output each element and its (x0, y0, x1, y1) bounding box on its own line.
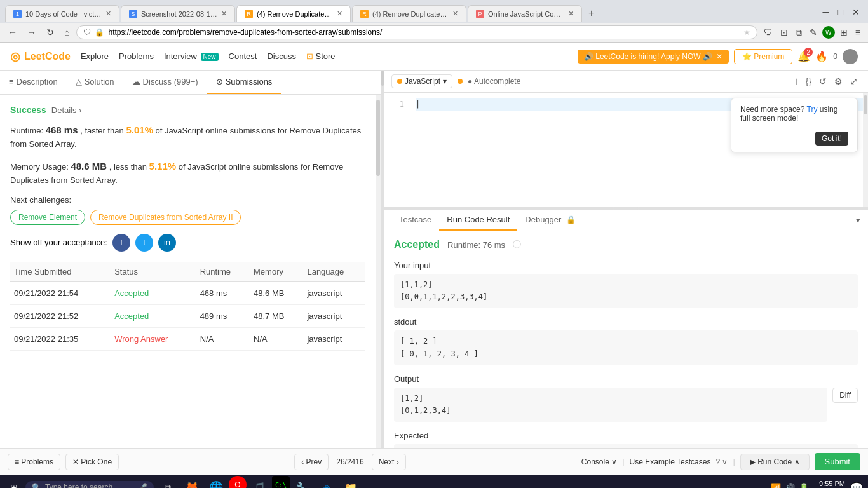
submit-button[interactable]: Submit (815, 453, 860, 470)
taskbar-clock[interactable]: 9:55 PM 9/21/2022 (814, 480, 845, 488)
console-button[interactable]: Console ∨ (581, 458, 617, 466)
minimize-button[interactable]: ─ (820, 6, 832, 18)
grid-icon[interactable]: ⊞ (837, 26, 850, 39)
notification-center-button[interactable]: 💬 (850, 482, 863, 489)
network-icon[interactable]: 📶 (771, 483, 781, 489)
use-example-button[interactable]: Use Example Testcases (630, 458, 711, 466)
nav-explore[interactable]: Explore (81, 51, 109, 61)
left-scrollbar[interactable] (376, 95, 381, 448)
taskbar-search-input[interactable] (45, 483, 134, 488)
taskbar-search[interactable]: 🔍 🎤 (25, 481, 154, 488)
taskbar-app-taskview[interactable]: ⧉ (156, 476, 179, 488)
pen-icon[interactable]: ✎ (807, 26, 820, 39)
editor-scrollbar[interactable] (863, 93, 868, 207)
taskbar-app-vscode[interactable]: ◈ (315, 476, 338, 488)
tab-close-5[interactable]: ✕ (568, 10, 574, 18)
leetcode-logo[interactable]: ◎ LeetCode (10, 50, 71, 64)
language-select[interactable]: JavaScript ▾ (391, 74, 452, 88)
browser-tab-4[interactable]: R (4) Remove Duplicates from So... ✕ (352, 5, 466, 22)
problems-button[interactable]: ≡ Problems (8, 454, 60, 470)
taskbar-app-opera[interactable]: O (229, 476, 247, 488)
twitter-button[interactable]: t (135, 234, 153, 252)
tab-solution[interactable]: △ Solution (67, 71, 123, 94)
nav-discuss[interactable]: Discuss (267, 51, 296, 61)
row2-status[interactable]: Accepted (114, 311, 149, 321)
linkedin-button[interactable]: in (158, 234, 176, 252)
scroll-thumb (376, 100, 380, 176)
home-button[interactable]: ⌂ (61, 26, 72, 39)
new-tab-button[interactable]: + (583, 4, 599, 23)
prev-button[interactable]: ‹ Prev (294, 454, 329, 470)
reload-button[interactable]: ↻ (43, 26, 57, 39)
shield-icon[interactable]: 🛡 (761, 26, 775, 39)
back-button[interactable]: ← (5, 26, 20, 39)
taskbar-app-firefox[interactable]: 🦊 (180, 476, 203, 488)
tab-run-code-result[interactable]: Run Code Result (439, 210, 517, 231)
editor-scroll-thumb (864, 95, 867, 114)
tab-submissions[interactable]: ⊙ Submissions (207, 71, 281, 94)
forward-button[interactable]: → (24, 26, 39, 39)
hiring-banner[interactable]: 🔊 LeetCode is hiring! Apply NOW 🔊 ✕ (578, 50, 729, 64)
nav-problems[interactable]: Problems (119, 51, 154, 61)
split-icon[interactable]: ⧉ (793, 26, 804, 39)
tab-close-3[interactable]: ✕ (337, 10, 342, 18)
next-button[interactable]: Next › (372, 454, 406, 470)
facebook-button[interactable]: f (112, 234, 130, 252)
extension-w[interactable]: W (822, 26, 835, 39)
url-input[interactable] (108, 28, 739, 37)
result-info-icon[interactable]: ⓘ (513, 239, 521, 250)
tooltip-try-link[interactable]: Try (807, 105, 818, 114)
accepted-text: Accepted (394, 239, 440, 250)
fire-button[interactable]: 🔥 (815, 50, 828, 62)
details-link[interactable]: Details › (51, 105, 82, 115)
expand-button[interactable]: ⤢ (848, 75, 860, 88)
row1-status[interactable]: Accepted (114, 288, 149, 298)
tab-discuss[interactable]: ☁ Discuss (999+) (123, 71, 207, 94)
tab-close-2[interactable]: ✕ (221, 10, 227, 18)
browser-tab-5[interactable]: P Online JavaScript Compiler (Edi... ✕ (468, 5, 582, 22)
got-it-button[interactable]: Got it! (815, 132, 848, 146)
run-code-button[interactable]: ▶ Run Code ∧ (740, 454, 810, 470)
reader-icon[interactable]: ⊡ (778, 26, 790, 39)
tab-testcase[interactable]: Testcase (391, 210, 439, 231)
pick-one-button[interactable]: ✕ Pick One (65, 454, 119, 470)
nav-store[interactable]: ⊡ Store (306, 51, 336, 61)
diff-button[interactable]: Diff (832, 388, 858, 403)
maximize-button[interactable]: □ (835, 6, 846, 18)
tab-description[interactable]: ≡ Description (0, 71, 67, 94)
taskbar-app-explorer[interactable]: 📁 (339, 476, 362, 488)
notification-button[interactable]: 🔔 2 (797, 50, 810, 62)
taskbar-app-chrome[interactable]: 🌐 (205, 476, 227, 488)
browser-tab-1[interactable]: 1 10 Days of Code - victorukay@... ✕ (5, 5, 119, 22)
user-avatar[interactable] (843, 49, 858, 64)
challenge-remove-duplicates-ii[interactable]: Remove Duplicates from Sorted Array II (90, 210, 241, 225)
address-bar[interactable]: 🛡 🔒 ★ (76, 25, 757, 39)
premium-button[interactable]: ⭐ Premium (734, 49, 792, 64)
help-button[interactable]: ? ∨ (715, 458, 728, 466)
menu-button[interactable]: ≡ (853, 26, 863, 39)
browser-tab-3[interactable]: R (4) Remove Duplicates from So... ✕ (236, 5, 351, 22)
volume-icon[interactable]: 🔊 (785, 483, 795, 489)
nav-interview[interactable]: Interview New (164, 51, 219, 61)
info-button[interactable]: i (794, 75, 801, 88)
challenge-remove-element[interactable]: Remove Element (10, 210, 85, 225)
battery-icon[interactable]: 🔋 (799, 483, 809, 489)
hiring-close-icon[interactable]: ✕ (716, 52, 722, 61)
results-expand-button[interactable]: ▾ (856, 215, 860, 225)
start-button[interactable]: ⊞ (5, 480, 23, 488)
taskbar-app-terminal[interactable]: C:\ (272, 476, 290, 488)
autocomplete-toggle[interactable]: ● Autocomplete (458, 77, 520, 86)
microphone-icon[interactable]: 🎤 (138, 483, 147, 488)
taskbar-app-app6[interactable]: 🔧 (291, 476, 314, 488)
tab-debugger[interactable]: Debugger 🔒 (517, 210, 583, 231)
settings-button[interactable]: ⚙ (832, 75, 845, 88)
taskbar-app-vlc[interactable]: 🎵 (248, 476, 271, 488)
refresh-button[interactable]: ↺ (817, 75, 829, 88)
tab-close-4[interactable]: ✕ (452, 10, 458, 18)
code-format-button[interactable]: {} (803, 75, 814, 88)
row3-time: 09/21/2022 21:35 (10, 327, 111, 350)
nav-contest[interactable]: Contest (229, 51, 257, 61)
browser-tab-2[interactable]: S Screenshot 2022-08-11 at 4.02... ✕ (121, 5, 235, 22)
close-window-button[interactable]: ✕ (849, 6, 863, 18)
tab-close-1[interactable]: ✕ (105, 10, 111, 18)
